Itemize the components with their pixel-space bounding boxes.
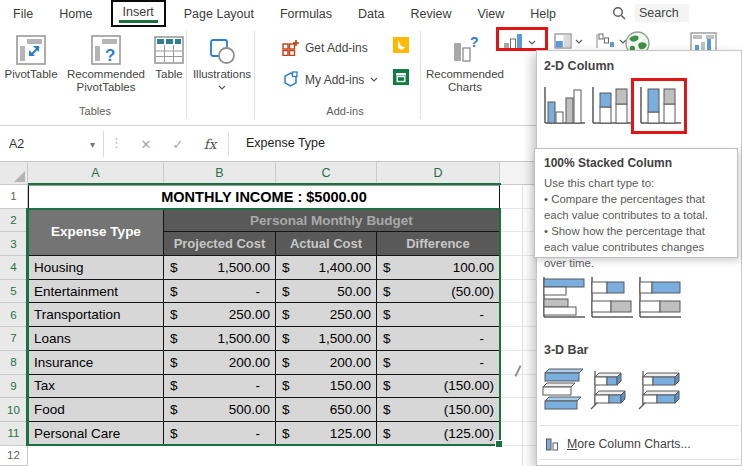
row-header-9[interactable]: 9 bbox=[0, 375, 28, 399]
get-addins-button[interactable]: Get Add-ins bbox=[282, 39, 368, 56]
100-stacked-bar-3d-thumbnail[interactable] bbox=[637, 363, 683, 413]
illustrations-button[interactable]: Illustrations bbox=[192, 31, 252, 90]
cell-value: 150.00 bbox=[330, 378, 371, 393]
cell-d5[interactable]: $(50.00) bbox=[377, 280, 500, 304]
fill-handle[interactable] bbox=[495, 440, 503, 448]
cell-d6[interactable]: $- bbox=[377, 303, 500, 327]
row-header-11[interactable]: 11 bbox=[0, 422, 28, 446]
cell-c7[interactable]: $1,500.00 bbox=[276, 327, 377, 351]
100-stacked-bar-thumbnail[interactable] bbox=[637, 273, 683, 323]
row-header-5[interactable]: 5 bbox=[0, 280, 28, 304]
insert-hierarchy-chart-button[interactable] bbox=[554, 33, 583, 49]
table-button[interactable]: Table bbox=[152, 31, 186, 81]
tab-review[interactable]: Review bbox=[397, 3, 464, 25]
cell-b6[interactable]: $250.00 bbox=[164, 303, 276, 327]
cell-a7[interactable]: Loans bbox=[28, 327, 164, 351]
insert-waterfall-chart-button[interactable] bbox=[596, 33, 627, 49]
cell-b9[interactable]: $- bbox=[164, 375, 276, 399]
tab-page-layout[interactable]: Page Layout bbox=[171, 3, 267, 25]
cell-a4[interactable]: Housing bbox=[28, 256, 164, 280]
cell-b5[interactable]: $- bbox=[164, 280, 276, 304]
cell-d9[interactable]: $(150.00) bbox=[377, 375, 500, 399]
cell-b7[interactable]: $1,500.00 bbox=[164, 327, 276, 351]
cell-b11[interactable]: $- bbox=[164, 422, 276, 446]
column-header-a[interactable]: A bbox=[28, 162, 164, 185]
cell-d10[interactable]: $(150.00) bbox=[377, 398, 500, 422]
row-header-4[interactable]: 4 bbox=[0, 256, 28, 280]
cancel-button[interactable]: ✕ bbox=[134, 133, 158, 155]
cell-a6[interactable]: Transportation bbox=[28, 303, 164, 327]
row-header-6[interactable]: 6 bbox=[0, 303, 28, 327]
cell-b2-budget-title[interactable]: Personal Monthly Budget bbox=[164, 209, 500, 233]
subheader-projected-cost[interactable]: Projected Cost bbox=[164, 232, 276, 256]
cell-a5[interactable]: Entertainment bbox=[28, 280, 164, 304]
my-addins-button[interactable]: My Add-ins bbox=[282, 71, 378, 88]
cell-a9[interactable]: Tax bbox=[28, 375, 164, 399]
name-box[interactable]: A2 ▾ bbox=[0, 131, 104, 157]
currency-symbol: $ bbox=[170, 378, 178, 393]
column-header-d[interactable]: D bbox=[377, 162, 500, 185]
row-header-3[interactable]: 3 bbox=[0, 232, 28, 256]
cell-a10[interactable]: Food bbox=[28, 398, 164, 422]
clustered-column-thumbnail[interactable] bbox=[541, 81, 587, 131]
row-header-7[interactable]: 7 bbox=[0, 327, 28, 351]
row-header-10[interactable]: 10 bbox=[0, 398, 28, 422]
tab-view[interactable]: View bbox=[464, 3, 517, 25]
currency-symbol: $ bbox=[383, 378, 391, 393]
formula-bar-handle[interactable]: ⋮ bbox=[110, 135, 123, 150]
stacked-bar-3d-thumbnail[interactable] bbox=[589, 363, 635, 413]
cell-c5[interactable]: $50.00 bbox=[276, 280, 377, 304]
clustered-bar-thumbnail[interactable] bbox=[541, 273, 587, 323]
tab-data[interactable]: Data bbox=[345, 3, 397, 25]
office-store-addin-icon[interactable] bbox=[393, 69, 409, 89]
bing-maps-addin-icon[interactable] bbox=[393, 37, 409, 57]
clustered-bar-3d-thumbnail[interactable] bbox=[541, 363, 587, 413]
formula-input[interactable]: Expense Type bbox=[246, 136, 325, 150]
recommended-pivottables-button[interactable]: ? Recommended PivotTables bbox=[62, 31, 150, 94]
cell-d11[interactable]: $(125.00) bbox=[377, 422, 500, 446]
enter-button[interactable]: ✓ bbox=[166, 133, 190, 155]
cell-c6[interactable]: $250.00 bbox=[276, 303, 377, 327]
tab-home[interactable]: Home bbox=[46, 3, 105, 25]
search-box[interactable]: Search bbox=[612, 4, 689, 22]
cell-c8[interactable]: $200.00 bbox=[276, 351, 377, 375]
cell-a2-expense-type[interactable]: Expense Type bbox=[28, 209, 164, 256]
tab-file[interactable]: File bbox=[0, 3, 46, 25]
stacked-bar-thumbnail[interactable] bbox=[589, 273, 635, 323]
name-box-chevron-icon[interactable]: ▾ bbox=[90, 139, 95, 150]
cell-d7[interactable]: $- bbox=[377, 327, 500, 351]
insert-function-button[interactable]: fx bbox=[198, 133, 222, 155]
cell-b4[interactable]: $1,500.00 bbox=[164, 256, 276, 280]
pivottable-button[interactable]: PivotTable bbox=[2, 31, 60, 81]
cell-c4[interactable]: $1,400.00 bbox=[276, 256, 377, 280]
cell-a8[interactable]: Insurance bbox=[28, 351, 164, 375]
cell-b10[interactable]: $500.00 bbox=[164, 398, 276, 422]
tab-insert[interactable]: Insert bbox=[111, 0, 166, 27]
row-header-1[interactable]: 1 bbox=[0, 185, 28, 209]
cell-a11[interactable]: Personal Care bbox=[28, 422, 164, 446]
more-column-charts-item[interactable]: More Column Charts... bbox=[537, 431, 741, 457]
select-all-corner[interactable] bbox=[0, 162, 28, 185]
cell-d4[interactable]: $100.00 bbox=[377, 256, 500, 280]
recommended-charts-label: Recommended Charts bbox=[424, 68, 506, 94]
stacked-column-thumbnail[interactable] bbox=[589, 81, 635, 131]
dropdown-separator bbox=[539, 459, 739, 460]
cell-c11[interactable]: $125.00 bbox=[276, 422, 377, 446]
recommended-charts-button[interactable]: ? Recommended Charts bbox=[424, 31, 506, 94]
cell-c10[interactable]: $650.00 bbox=[276, 398, 377, 422]
search-label[interactable]: Search bbox=[635, 4, 689, 22]
row-header-2[interactable]: 2 bbox=[0, 209, 28, 233]
cell-c9[interactable]: $150.00 bbox=[276, 375, 377, 399]
column-header-c[interactable]: C bbox=[276, 162, 377, 185]
subheader-actual-cost[interactable]: Actual Cost bbox=[276, 232, 377, 256]
cell-d8[interactable]: $- bbox=[377, 351, 500, 375]
row-header-12[interactable]: 12 bbox=[0, 446, 28, 466]
tab-help[interactable]: Help bbox=[517, 3, 569, 25]
cell-a1[interactable]: MONTHLY INCOME : $5000.00 bbox=[28, 185, 500, 209]
tab-formulas[interactable]: Formulas bbox=[267, 3, 345, 25]
column-header-b[interactable]: B bbox=[164, 162, 276, 185]
subheader-difference[interactable]: Difference bbox=[377, 232, 500, 256]
cell-b8[interactable]: $200.00 bbox=[164, 351, 276, 375]
my-addins-label: My Add-ins bbox=[305, 73, 364, 87]
row-header-8[interactable]: 8 bbox=[0, 351, 28, 375]
